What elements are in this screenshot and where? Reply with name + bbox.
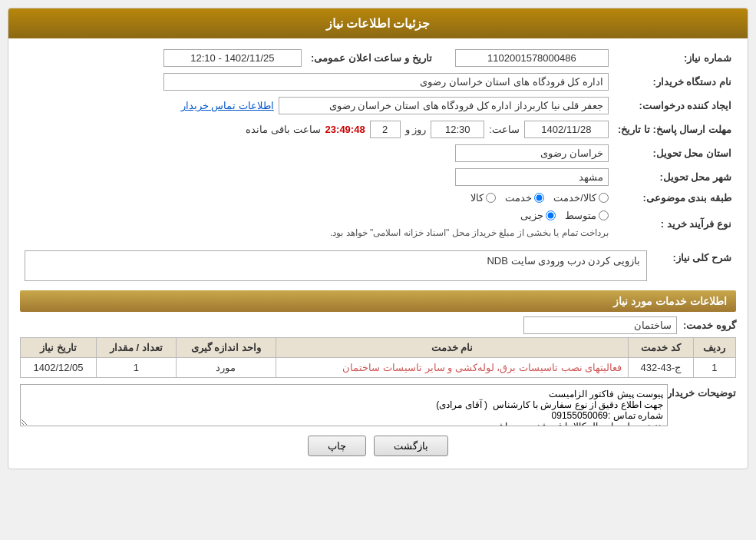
radio-jozi[interactable] (546, 210, 556, 220)
buyer-desc-section: توضیحات خریدار (20, 384, 736, 426)
card-body: شماره نیاز: 1102001578000486 تاریخ و ساع… (8, 38, 748, 469)
services-table: ردیف کد خدمت نام خدمت واحد اندازه گیری ت… (20, 337, 736, 378)
radio-kala[interactable] (486, 193, 496, 203)
back-button[interactable]: بازگشت (374, 436, 448, 456)
need-desc-value-cell: بازویی کردن درب ورودی سایت NDB (20, 247, 652, 284)
th-unit: واحد اندازه گیری (176, 338, 276, 358)
cell-date: 1402/12/05 (21, 358, 97, 378)
purchase-motavasset-label: متوسط (565, 210, 596, 221)
service-group-value: ساختمان (523, 316, 677, 334)
need-desc-value: بازویی کردن درب ورودی سایت NDB (25, 250, 647, 281)
reply-deadline-row: 1402/11/28 ساعت: 12:30 روز و 2 23:49:48 … (20, 118, 613, 141)
radio-khadamat[interactable] (534, 193, 544, 203)
service-group-label: گروه خدمت: (683, 320, 736, 331)
city-value: مشهد (455, 168, 609, 186)
purchase-option-motavasset: متوسط (565, 210, 609, 221)
creator-label: ایجاد کننده درخواست: (613, 94, 736, 118)
buyer-org-value: اداره کل فرودگاه های استان خراسان رضوی (163, 73, 609, 91)
reply-days-label: روز و (405, 124, 427, 135)
province-label: استان محل تحویل: (613, 141, 736, 165)
need-desc-label: شرح کلی نیاز: (652, 247, 736, 284)
announce-date-value-cell: 1402/11/25 - 12:10 (20, 46, 306, 70)
category-option-khadamat: خدمت (505, 192, 544, 204)
creator-value-cell: جعفر قلی نیا کاربرداز اداره کل فرودگاه ه… (20, 94, 613, 118)
info-table-top: شماره نیاز: 1102001578000486 تاریخ و ساع… (20, 46, 736, 241)
cell-unit: مورد (176, 358, 276, 378)
purchase-type-cell: متوسط جزیی برداخت تمام یا بخشی از مبلغ خ… (20, 207, 613, 241)
reply-days: 2 (370, 121, 401, 138)
print-button[interactable]: چاپ (308, 436, 366, 456)
button-row: بازگشت چاپ (20, 436, 736, 456)
category-kala-label: کالا (470, 192, 484, 204)
radio-motavasset[interactable] (599, 210, 609, 220)
purchase-radio-group: متوسط جزیی (520, 210, 609, 221)
cell-code: ج-43-432 (629, 358, 693, 378)
category-kala-khadamat-label: کالا/خدمت (553, 192, 596, 204)
table-row: 1 ج-43-432 فعالیتهای نصب تاسیسات برق، لو… (21, 358, 736, 378)
need-desc-table: شرح کلی نیاز: بازویی کردن درب ورودی سایت… (20, 247, 736, 284)
need-number-value: 1102001578000486 (455, 49, 609, 67)
need-number-label: شماره نیاز: (613, 46, 736, 70)
buyer-org-value-cell: اداره کل فرودگاه های استان خراسان رضوی (20, 70, 613, 94)
announce-date-value: 1402/11/25 - 12:10 (163, 49, 302, 67)
radio-kala-khadamat[interactable] (599, 193, 609, 203)
reply-time-label: ساعت: (489, 124, 520, 135)
buyer-org-label: نام دستگاه خریدار: (613, 70, 736, 94)
th-date: تاریخ نیاز (21, 338, 97, 358)
contact-link[interactable]: اطلاعات تماس خریدار (181, 100, 274, 111)
category-option-kala: کالا (470, 192, 496, 204)
category-options-cell: کالا/خدمت خدمت کالا (20, 189, 613, 207)
purchase-option-jozi: جزیی (520, 210, 556, 221)
category-khadamat-label: خدمت (505, 192, 532, 204)
purchase-jozi-label: جزیی (520, 210, 543, 221)
services-section-header: اطلاعات خدمات مورد نیاز (20, 290, 736, 312)
cell-row: 1 (693, 358, 735, 378)
buyer-desc-label: توضیحات خریدار (674, 384, 736, 399)
main-card: جزئیات اطلاعات نیاز شماره نیاز: 11020015… (8, 8, 748, 469)
th-code: کد خدمت (629, 338, 693, 358)
category-option-kala-khadamat: کالا/خدمت (553, 192, 609, 204)
cell-qty: 1 (97, 358, 177, 378)
page-wrapper: جزئیات اطلاعات نیاز شماره نیاز: 11020015… (0, 0, 756, 540)
purchase-notice: برداخت تمام یا بخشی از مبلغ خریداز محل "… (330, 227, 609, 238)
th-qty: تعداد / مقدار (97, 338, 177, 358)
th-name: نام خدمت (276, 338, 629, 358)
purchase-type-label: نوع فرآیند خرید : (613, 207, 736, 241)
buyer-desc-textarea[interactable] (20, 384, 668, 426)
province-value-cell: خراسان رضوی (20, 141, 613, 165)
cell-name: فعالیتهای نصب تاسیسات برق، لوله‌کشی و سا… (276, 358, 629, 378)
reply-time: 12:30 (431, 121, 484, 138)
remaining-time-label: ساعت باقی مانده (246, 124, 320, 135)
need-number-value-cell: 1102001578000486 (444, 46, 613, 70)
category-radio-group: کالا/خدمت خدمت کالا (25, 192, 609, 204)
service-group-row: گروه خدمت: ساختمان (20, 316, 736, 334)
th-row: ردیف (693, 338, 735, 358)
announce-date-label: تاریخ و ساعت اعلان عمومی: (306, 46, 444, 70)
remaining-time: 23:49:48 (325, 124, 365, 135)
card-header: جزئیات اطلاعات نیاز (8, 8, 748, 38)
reply-deadline-label: مهلت ارسال پاسخ: تا تاریخ: (613, 118, 736, 141)
creator-value: جعفر قلی نیا کاربرداز اداره کل فرودگاه ه… (279, 97, 609, 114)
city-value-cell: مشهد (20, 165, 613, 189)
city-label: شهر محل تحویل: (613, 165, 736, 189)
category-label: طبقه بندی موضوعی: (613, 189, 736, 207)
page-title: جزئیات اطلاعات نیاز (326, 17, 431, 30)
reply-date: 1402/11/28 (524, 121, 609, 138)
province-value: خراسان رضوی (455, 144, 609, 162)
